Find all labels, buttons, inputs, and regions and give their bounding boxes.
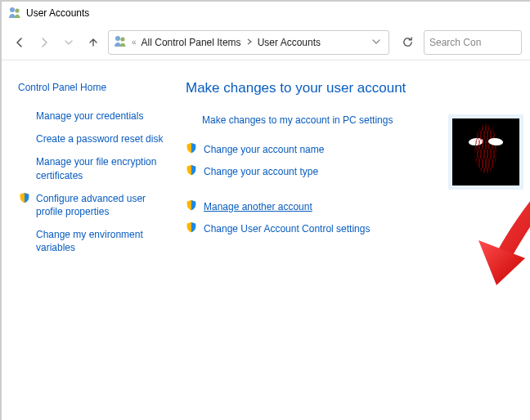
actions-column: Make changes to my account in PC setting… [186, 114, 432, 244]
refresh-button[interactable] [396, 30, 419, 55]
main-content: Make changes to your user account Make c… [177, 60, 530, 420]
sidebar-item-env-vars[interactable]: Change my environment variables [18, 228, 166, 254]
breadcrumb-label: User Accounts [258, 37, 321, 48]
account-avatar[interactable] [452, 118, 519, 185]
recent-locations-button[interactable] [59, 33, 79, 52]
sidebar-item-label: Create a password reset disk [36, 132, 163, 145]
up-button[interactable] [83, 33, 103, 52]
shield-icon [186, 221, 197, 235]
sidebar-item-label: Manage your credentials [36, 109, 143, 123]
breadcrumb-label: All Control Panel Items [141, 37, 241, 48]
shield-icon [186, 142, 197, 156]
address-icon [114, 34, 127, 50]
sidebar-item-label: Configure advanced user profile properti… [36, 192, 166, 218]
content-row: Make changes to my account in PC setting… [186, 114, 522, 244]
sidebar-item-label: Change my environment variables [36, 228, 166, 254]
address-dropdown-button[interactable] [369, 38, 384, 47]
action-uac-settings[interactable]: Change User Account Control settings [186, 221, 432, 235]
address-bar[interactable]: « All Control Panel Items User Accounts [108, 30, 389, 55]
shield-icon [186, 199, 197, 213]
back-button[interactable] [10, 33, 29, 52]
action-label: Change your account name [204, 144, 324, 155]
shield-icon [186, 164, 197, 178]
titlebar: User Accounts [2, 2, 530, 25]
chevron-right-icon [245, 38, 254, 47]
action-label: Manage another account [204, 201, 312, 212]
navigation-toolbar: « All Control Panel Items User Accounts … [2, 25, 530, 60]
sidebar: Control Panel Home Manage your credentia… [2, 60, 177, 420]
page-heading: Make changes to your user account [186, 80, 522, 96]
shield-icon [18, 192, 31, 203]
sidebar-item-label: Manage your file encryption certificates [36, 155, 166, 181]
pc-settings-link[interactable]: Make changes to my account in PC setting… [202, 114, 432, 126]
sidebar-heading[interactable]: Control Panel Home [18, 82, 166, 93]
chevron-icon: « [130, 38, 138, 47]
search-placeholder: Search Con [429, 37, 481, 48]
action-label: Change User Account Control settings [204, 223, 370, 235]
search-input[interactable]: Search Con [424, 30, 522, 55]
body: Control Panel Home Manage your credentia… [2, 60, 530, 420]
window-icon [8, 6, 21, 21]
window-title: User Accounts [26, 7, 89, 19]
action-change-type[interactable]: Change your account type [186, 164, 432, 178]
action-label: Change your account type [204, 166, 318, 177]
sidebar-item-password-reset[interactable]: Create a password reset disk [18, 132, 166, 145]
forward-button[interactable] [34, 33, 54, 52]
sidebar-item-encryption[interactable]: Manage your file encryption certificates [18, 155, 166, 181]
breadcrumb-item[interactable]: All Control Panel Items [141, 37, 241, 48]
action-change-name[interactable]: Change your account name [186, 142, 432, 156]
account-avatar-frame [448, 114, 523, 190]
action-manage-another-account[interactable]: Manage another account [186, 199, 432, 213]
breadcrumb-item[interactable]: User Accounts [258, 37, 321, 48]
sidebar-item-advanced-profile[interactable]: Configure advanced user profile properti… [18, 192, 166, 218]
avatar-column [448, 114, 522, 244]
sidebar-item-credentials[interactable]: Manage your credentials [18, 109, 166, 123]
